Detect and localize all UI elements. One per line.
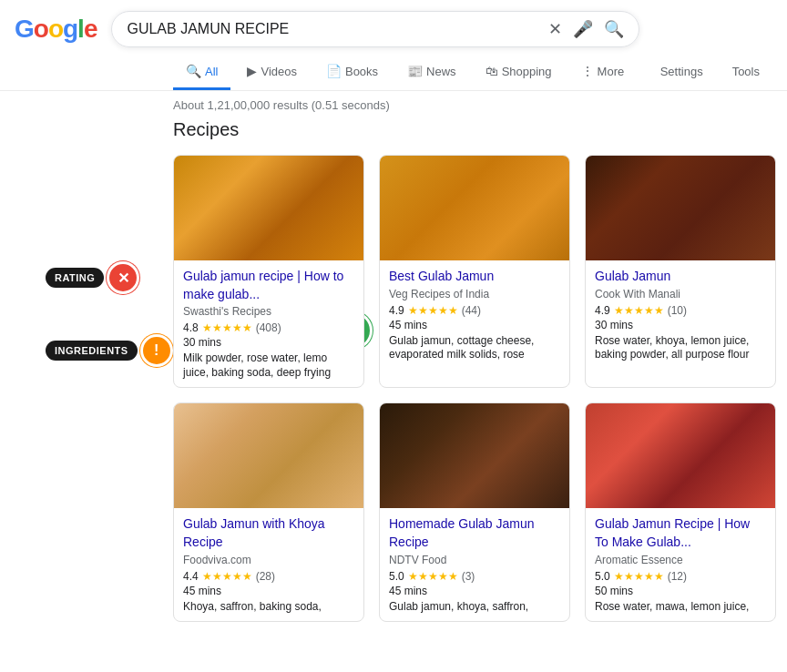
rating-count-4: (28) <box>256 570 275 583</box>
recipe-grid-row1: Gulab jamun recipe | How to make gulab..… <box>173 155 772 388</box>
recipe-time-6: 50 mins <box>595 585 766 597</box>
recipe-rating-5: 5.0 ★★★★★ (3) <box>389 570 560 583</box>
tab-all[interactable]: 🔍 All <box>173 55 230 90</box>
rating-badge: RATING ✕ <box>46 264 170 291</box>
recipe-source-3: Cook With Manali <box>595 288 766 300</box>
recipe-ingredients-4: Khoya, saffron, baking soda, <box>183 600 354 615</box>
search-button[interactable]: 🔍 <box>604 19 624 39</box>
recipe-source-6: Aromatic Essence <box>595 554 766 566</box>
recipe-source-1: Swasthi's Recipes <box>183 305 354 318</box>
recipe-card-4[interactable]: Gulab Jamun with Khoya Recipe Foodviva.c… <box>173 402 364 622</box>
search-icons: ✕ 🎤 🔍 <box>548 19 624 39</box>
recipe-title-2: Best Gulab Jamun <box>389 268 560 286</box>
all-icon: 🔍 <box>186 64 201 78</box>
tab-videos-label: Videos <box>261 65 297 78</box>
tab-tools[interactable]: Tools <box>720 56 772 90</box>
annotations: RATING ✕ INGREDIENTS ! <box>46 264 170 364</box>
recipes-section-title: Recipes <box>173 119 772 140</box>
search-bar[interactable]: ✕ 🎤 🔍 <box>111 11 639 47</box>
ingredients-badge: INGREDIENTS ! <box>46 337 170 364</box>
recipe-title-6: Gulab Jamun Recipe | How To Make Gulab..… <box>595 515 766 551</box>
header: Google ✕ 🎤 🔍 <box>0 0 787 47</box>
shopping-icon: 🛍 <box>485 64 498 78</box>
tab-shopping[interactable]: 🛍 Shopping <box>473 55 565 90</box>
recipe-rating-1: 4.8 ★★★★★ (408) <box>183 321 354 334</box>
recipe-body-1: Gulab jamun recipe | How to make gulab..… <box>174 260 363 387</box>
rating-count-2: (44) <box>462 304 481 317</box>
rating-x-icon: ✕ <box>109 264 137 291</box>
recipe-card-6[interactable]: Gulab Jamun Recipe | How To Make Gulab..… <box>585 402 776 622</box>
recipe-source-4: Foodviva.com <box>183 554 354 566</box>
results-info: About 1,21,00,000 results (0.51 seconds) <box>0 91 787 119</box>
main-content: Recipes RATING ✕ INGREDIENTS ! ✓ Gulab j… <box>0 119 787 636</box>
tab-more[interactable]: ⋮ More <box>568 55 638 90</box>
tab-books-label: Books <box>345 65 378 78</box>
recipe-source-2: Veg Recipes of India <box>389 288 560 300</box>
books-icon: 📄 <box>326 64 342 78</box>
recipe-time-5: 45 mins <box>389 585 560 597</box>
tab-shopping-label: Shopping <box>502 65 552 78</box>
recipe-ingredients-2: Gulab jamun, cottage cheese, evaporated … <box>389 334 560 362</box>
stars-5: ★★★★★ <box>408 570 458 583</box>
recipe-rating-6: 5.0 ★★★★★ (12) <box>595 570 766 583</box>
settings-label: Settings <box>660 65 703 78</box>
recipe-ingredients-5: Gulab jamun, khoya, saffron, <box>389 600 560 615</box>
recipe-body-2: Best Gulab Jamun Veg Recipes of India 4.… <box>380 260 569 370</box>
stars-3: ★★★★★ <box>614 304 664 317</box>
recipe-image-2 <box>380 156 569 260</box>
recipe-title-4: Gulab Jamun with Khoya Recipe <box>183 515 354 551</box>
recipes-wrapper: RATING ✕ INGREDIENTS ! ✓ Gulab jamun rec… <box>173 155 772 622</box>
recipe-image-3 <box>586 156 775 260</box>
recipe-time-2: 45 mins <box>389 319 560 331</box>
tab-settings[interactable]: Settings <box>648 56 716 90</box>
recipe-card-1[interactable]: Gulab jamun recipe | How to make gulab..… <box>173 155 364 388</box>
rating-count-5: (3) <box>462 570 475 583</box>
tab-books[interactable]: 📄 Books <box>313 55 391 90</box>
nav-tabs: 🔍 All ▶ Videos 📄 Books 📰 News 🛍 Shopping… <box>0 47 787 91</box>
tab-more-label: More <box>598 65 625 78</box>
recipe-body-4: Gulab Jamun with Khoya Recipe Foodviva.c… <box>174 508 363 621</box>
tab-all-label: All <box>205 65 218 78</box>
more-icon: ⋮ <box>581 64 594 78</box>
recipe-body-3: Gulab Jamun Cook With Manali 4.9 ★★★★★ (… <box>586 260 775 370</box>
voice-search-icon[interactable]: 🎤 <box>573 19 593 39</box>
rating-count-3: (10) <box>668 304 687 317</box>
recipe-image-5 <box>380 403 569 508</box>
tab-news[interactable]: 📰 News <box>394 55 469 90</box>
recipe-body-5: Homemade Gulab Jamun Recipe NDTV Food 5.… <box>380 508 569 621</box>
recipe-source-5: NDTV Food <box>389 554 560 566</box>
tab-news-label: News <box>426 65 456 78</box>
rating-count-1: (408) <box>256 321 281 334</box>
tab-videos[interactable]: ▶ Videos <box>234 55 310 90</box>
recipe-grid-row2: Gulab Jamun with Khoya Recipe Foodviva.c… <box>173 402 772 622</box>
ingredients-label: INGREDIENTS <box>46 341 138 361</box>
recipe-image-6 <box>586 403 775 508</box>
recipe-time-4: 45 mins <box>183 585 354 597</box>
recipe-card-2[interactable]: Best Gulab Jamun Veg Recipes of India 4.… <box>379 155 570 388</box>
nav-right: Settings Tools <box>648 56 772 90</box>
rating-count-6: (12) <box>668 570 687 583</box>
recipe-ingredients-1: Milk powder, rose water, lemo juice, bak… <box>183 351 354 380</box>
recipe-card-5[interactable]: Homemade Gulab Jamun Recipe NDTV Food 5.… <box>379 402 570 622</box>
recipe-card-3[interactable]: Gulab Jamun Cook With Manali 4.9 ★★★★★ (… <box>585 155 776 388</box>
stars-4: ★★★★★ <box>202 570 252 583</box>
google-logo[interactable]: Google <box>15 15 97 44</box>
recipe-title-1: Gulab jamun recipe | How to make gulab..… <box>183 268 354 303</box>
stars-6: ★★★★★ <box>614 570 664 583</box>
stars-1: ★★★★★ <box>202 321 252 334</box>
recipe-image-1 <box>174 156 363 260</box>
tools-label: Tools <box>732 65 760 78</box>
recipe-ingredients-3: Rose water, khoya, lemon juice, baking p… <box>595 334 766 362</box>
recipe-ingredients-6: Rose water, mawa, lemon juice, <box>595 600 766 615</box>
news-icon: 📰 <box>407 64 423 78</box>
recipe-rating-2: 4.9 ★★★★★ (44) <box>389 304 560 317</box>
search-input[interactable] <box>127 21 548 37</box>
rating-label: RATING <box>46 268 104 288</box>
clear-icon[interactable]: ✕ <box>548 19 562 39</box>
recipe-body-6: Gulab Jamun Recipe | How To Make Gulab..… <box>586 508 775 621</box>
recipe-image-4 <box>174 403 363 508</box>
recipe-time-3: 30 mins <box>595 319 766 331</box>
recipe-rating-3: 4.9 ★★★★★ (10) <box>595 304 766 317</box>
videos-icon: ▶ <box>247 64 257 78</box>
recipe-title-5: Homemade Gulab Jamun Recipe <box>389 515 560 551</box>
